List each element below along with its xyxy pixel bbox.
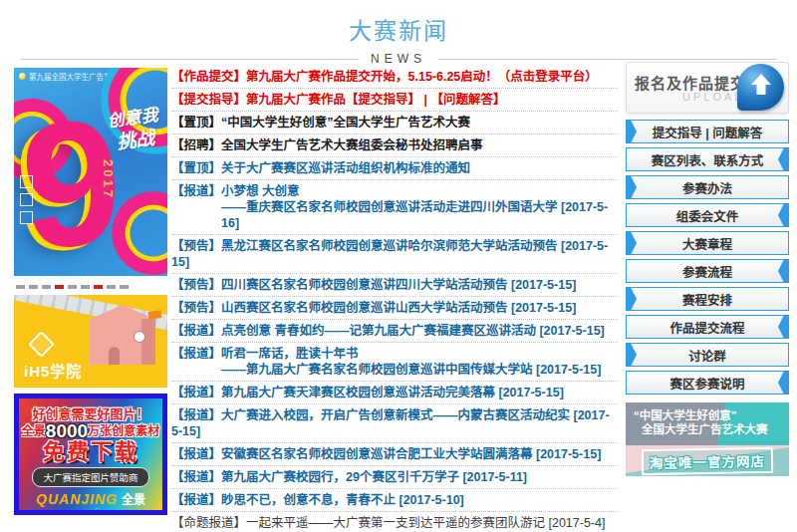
ih5-logo: iH5学院 bbox=[24, 335, 82, 381]
news-item-title: 【招聘】全国大学生广告艺术大赛组委会秘书处招聘启事 bbox=[171, 137, 618, 153]
left-column: 第九届全国大学生广告艺术大赛 9 创意我 挑战 2017 bbox=[14, 68, 167, 515]
ad-sponsor-pill: 大广赛指定图片赞助商 bbox=[32, 467, 148, 487]
sidebar-button[interactable]: 组委会文件 bbox=[626, 203, 789, 227]
news-item[interactable]: 【命题报道】一起来平遥——大广赛第一支到达平遥的参赛团队游记 [2017-5-4… bbox=[171, 512, 618, 532]
page-subtitle: NEWS bbox=[359, 52, 438, 66]
sidebar-button[interactable]: 赛程安排 bbox=[626, 287, 789, 311]
ih5-logo-text: iH5学院 bbox=[24, 363, 82, 380]
upload-subtitle: UPLOAD bbox=[682, 91, 745, 103]
news-item-title: 【报道】听君一席话，胜读十年书 bbox=[171, 346, 618, 362]
news-item[interactable]: 【作品提交】第九届大广赛作品提交开始，5.15-6.25启动！（点击登录平台） bbox=[171, 66, 618, 89]
ad-cta: 免费下载 bbox=[19, 440, 162, 464]
chevron-icon bbox=[626, 231, 637, 255]
sidebar-button-label: 参赛办法 bbox=[682, 178, 732, 197]
news-item[interactable]: 【报道】安徽赛区名家名师校园创意巡讲合肥工业大学站圆满落幕 [2017-5-15… bbox=[171, 443, 618, 466]
poster-year: 2017 bbox=[101, 159, 116, 200]
news-item-title: 【预告】黑龙江赛区名家名师校园创意巡讲哈尔滨师范大学站活动预告 [2017-5-… bbox=[171, 238, 618, 270]
chevron-icon bbox=[778, 315, 789, 339]
news-item-title: 【置顶】“中国大学生好创意”全国大学生广告艺术大赛 bbox=[171, 115, 618, 131]
news-item[interactable]: 【招聘】全国大学生广告艺术大赛组委会秘书处招聘启事 bbox=[171, 134, 618, 157]
ad-subline-prefix: 全景 bbox=[22, 424, 46, 438]
sidebar-button[interactable]: 参赛办法 bbox=[626, 175, 789, 199]
upload-arrow-icon[interactable] bbox=[737, 64, 784, 111]
chevron-icon bbox=[778, 371, 789, 395]
news-item[interactable]: 【报道】大广赛进入校园，开启广告创意新模式——内蒙古赛区活动纪实 [2017-5… bbox=[171, 404, 618, 443]
news-item[interactable]: 【报道】听君一席话，胜读十年书——第九届大广赛名家名师校园创意巡讲中国传媒大学站… bbox=[171, 343, 618, 382]
banner-line2: 全国大学生广告艺术大赛 bbox=[634, 422, 783, 436]
sponsor-logos-strip bbox=[14, 276, 167, 289]
taobao-banner[interactable]: “中国大学生好创意” 全国大学生广告艺术大赛 淘宝唯一官方网店 bbox=[626, 402, 789, 476]
banner-bottom: 淘宝唯一官方网店 bbox=[626, 445, 789, 476]
news-item-title: 【提交指导】第九届大广赛作品【提交指导】 | 【问题解答】 bbox=[171, 92, 618, 108]
news-item-title: 【报道】安徽赛区名家名师校园创意巡讲合肥工业大学站圆满落幕 [2017-5-15… bbox=[171, 446, 618, 462]
divider-line bbox=[20, 59, 359, 60]
news-item[interactable]: 【置顶】“中国大学生好创意”全国大学生广告艺术大赛 bbox=[171, 112, 618, 134]
news-item-title-line2: ——第九届大广赛名家名师校园创意巡讲中国传媒大学站 [2017-5-15] bbox=[171, 362, 618, 378]
quanjing-ad-banner[interactable]: 好创意需要好图片！ 全景8000万张创意素材 免费下载 大广赛指定图片赞助商 Q… bbox=[14, 394, 167, 515]
poster-slogan: 创意我 挑战 bbox=[106, 105, 161, 155]
banner-top: “中国大学生好创意” 全国大学生广告艺术大赛 bbox=[626, 402, 789, 445]
taobao-shop-label: 淘宝唯一官方网店 bbox=[642, 446, 773, 474]
news-item-title: 【报道】眇思不已，创意不息，青春不止 [2017-5-10] bbox=[171, 492, 618, 508]
sidebar-buttons: 提交指导 | 问题解答赛区列表、联系方式参赛办法组委会文件大赛章程参赛流程赛程安… bbox=[626, 120, 789, 395]
chevron-icon bbox=[626, 343, 637, 367]
news-item[interactable]: 【报道】小梦想 大创意——重庆赛区名家名师校园创意巡讲活动走进四川外国语大学 [… bbox=[171, 180, 618, 235]
building-shadow bbox=[141, 319, 155, 365]
news-item-title-line2: ——重庆赛区名家名师校园创意巡讲活动走进四川外国语大学 [2017-5-16] bbox=[171, 199, 618, 231]
chevron-icon bbox=[626, 287, 637, 311]
sidebar-button[interactable]: 大赛章程 bbox=[626, 231, 789, 255]
ad-subline-suffix: 万张创意素材 bbox=[88, 424, 159, 438]
upload-title: 报名及作品提交 bbox=[635, 72, 746, 93]
ad-url: www.quanjing.com bbox=[19, 507, 162, 515]
contest-poster-image[interactable]: 第九届全国大学生广告艺术大赛 9 创意我 挑战 2017 bbox=[14, 68, 167, 289]
news-item[interactable]: 【提交指导】第九届大广赛作品【提交指导】 | 【问题解答】 bbox=[171, 89, 618, 112]
sidebar-button-label: 参赛流程 bbox=[682, 262, 732, 281]
sidebar-button-label: 赛区列表、联系方式 bbox=[652, 150, 764, 169]
news-item[interactable]: 【报道】第九届大广赛天津赛区校园创意巡讲活动完美落幕 [2017-5-15] bbox=[171, 382, 618, 404]
news-item-title: 【命题报道】一起来平遥——大广赛第一支到达平遥的参赛团队游记 [2017-5-4… bbox=[171, 515, 618, 531]
ih5-banner-image[interactable]: iH5学院 bbox=[14, 295, 167, 388]
chevron-icon bbox=[778, 147, 789, 171]
news-item-title: 【报道】小梦想 大创意 bbox=[171, 183, 618, 199]
contest-logo-icon bbox=[19, 73, 26, 80]
sidebar-button[interactable]: 赛区参赛说明 bbox=[626, 371, 789, 395]
news-item[interactable]: 【报道】眇思不已，创意不息，青春不止 [2017-5-10] bbox=[171, 489, 618, 512]
news-item-title: 【预告】山西赛区名家名师校园创意巡讲山西大学站活动预告 [2017-5-15] bbox=[171, 300, 618, 316]
news-item-title: 【报道】第九届大广赛校园行，29个赛区引千万学子 [2017-5-11] bbox=[171, 469, 618, 485]
chevron-icon bbox=[778, 259, 789, 283]
sidebar-button[interactable]: 赛区列表、联系方式 bbox=[626, 147, 789, 171]
news-item[interactable]: 【报道】点亮创意 青春如约——记第九届大广赛福建赛区巡讲活动 [2017-5-1… bbox=[171, 320, 618, 343]
ad-subline: 全景8000万张创意素材 bbox=[19, 422, 162, 440]
building-door bbox=[109, 347, 120, 365]
chevron-icon bbox=[778, 203, 789, 227]
ad-subline-number: 8000 bbox=[46, 420, 88, 441]
news-item[interactable]: 【报道】第九届大广赛校园行，29个赛区引千万学子 [2017-5-11] bbox=[171, 466, 618, 489]
brand-cn: 全景 bbox=[122, 493, 145, 507]
news-item[interactable]: 【预告】四川赛区名家名师校园创意巡讲四川大学站活动预告 [2017-5-15] bbox=[171, 274, 618, 297]
sidebar-button-label: 作品提交流程 bbox=[669, 318, 744, 337]
news-item[interactable]: 【预告】山西赛区名家名师校园创意巡讲山西大学站活动预告 [2017-5-15] bbox=[171, 297, 618, 320]
news-item[interactable]: 【预告】黑龙江赛区名家名师校园创意巡讲哈尔滨师范大学站活动预告 [2017-5-… bbox=[171, 235, 618, 274]
sidebar-button[interactable]: 讨论群 bbox=[626, 343, 789, 367]
sidebar-button[interactable]: 提交指导 | 问题解答 bbox=[626, 120, 789, 143]
ad-headline: 好创意需要好图片！ bbox=[19, 403, 162, 422]
page: 大赛新闻 NEWS 第九届全国大学生广告艺术大赛 9 创意我 挑战 2017 bbox=[0, 0, 797, 532]
sidebar-button[interactable]: 参赛流程 bbox=[626, 259, 789, 283]
news-item-title: 【报道】第九届大广赛天津赛区校园创意巡讲活动完美落幕 [2017-5-15] bbox=[171, 385, 618, 400]
sidebar-button-label: 赛区参赛说明 bbox=[669, 374, 744, 393]
chevron-icon bbox=[626, 120, 637, 143]
sidebar: 报名及作品提交 UPLOAD 提交指导 | 问题解答赛区列表、联系方式参赛办法组… bbox=[626, 62, 789, 476]
news-item-title: 【预告】四川赛区名家名师校园创意巡讲四川大学站活动预告 [2017-5-15] bbox=[171, 277, 618, 293]
upload-header: 报名及作品提交 UPLOAD bbox=[626, 62, 789, 114]
banner-line1: “中国大学生好创意” bbox=[634, 408, 783, 422]
chevron-icon bbox=[626, 175, 637, 199]
news-item[interactable]: 【置顶】关于大广赛赛区巡讲活动组织机构标准的通知 bbox=[171, 157, 618, 180]
divider-line bbox=[438, 59, 777, 60]
sidebar-button-label: 大赛章程 bbox=[682, 234, 732, 253]
arrow-stem bbox=[756, 85, 765, 95]
news-item-title: 【置顶】关于大广赛赛区巡讲活动组织机构标准的通知 bbox=[171, 160, 618, 176]
sidebar-button-label: 组委会文件 bbox=[676, 206, 739, 225]
news-item-title: 【报道】点亮创意 青春如约——记第九届大广赛福建赛区巡讲活动 [2017-5-1… bbox=[171, 323, 618, 339]
news-list: 【作品提交】第九届大广赛作品提交开始，5.15-6.25启动！（点击登录平台）【… bbox=[171, 66, 618, 532]
sidebar-button[interactable]: 作品提交流程 bbox=[626, 315, 789, 339]
